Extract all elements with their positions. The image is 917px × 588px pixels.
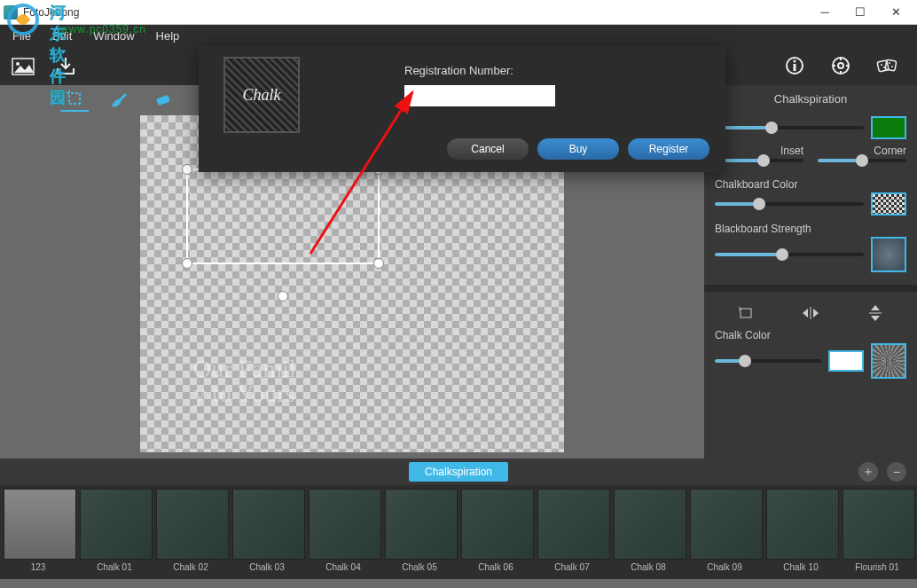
crop-tool[interactable] xyxy=(60,87,89,112)
thumb-8[interactable] xyxy=(614,489,686,560)
app-icon xyxy=(4,5,18,20)
canvas-text-2: y to Yours xyxy=(193,380,294,408)
dialog-artwork: Chalk xyxy=(223,57,300,133)
panel-title: Chalkspiration xyxy=(704,89,917,114)
help-icon[interactable] xyxy=(828,53,853,78)
blackboard-strength-label: Blackboard Strength xyxy=(715,223,906,235)
inset-slider[interactable] xyxy=(715,159,803,162)
chalk-color-slider[interactable] xyxy=(715,359,821,363)
thumbnail-row[interactable] xyxy=(0,485,917,560)
window-title: FotoJet.png xyxy=(23,6,807,19)
svg-rect-9 xyxy=(885,59,897,71)
flip-horizontal-icon[interactable] xyxy=(798,304,823,322)
thumb-label-11: Flourish 01 xyxy=(839,560,915,575)
save-button[interactable] xyxy=(53,53,78,78)
menu-edit[interactable]: Edit xyxy=(43,27,81,44)
svg-point-1 xyxy=(16,62,20,66)
thumb-9[interactable] xyxy=(690,489,763,560)
border-color-swatch[interactable] xyxy=(871,116,906,139)
cancel-button[interactable]: Cancel xyxy=(447,138,529,160)
filmstrip: Chalkspiration ＋ − 123 Chalk 01 Chalk 02… xyxy=(0,459,917,579)
buy-button[interactable]: Buy xyxy=(537,138,619,160)
thumb-label-0: 123 xyxy=(0,560,76,575)
minimize-button[interactable]: ─ xyxy=(807,0,843,25)
registration-label: Registration Number: xyxy=(404,64,513,77)
thumb-6[interactable] xyxy=(461,489,534,560)
svg-point-4 xyxy=(794,60,796,63)
chalkboard-color-swatch[interactable] xyxy=(871,192,906,216)
flip-vertical-icon[interactable] xyxy=(863,304,888,322)
svg-point-12 xyxy=(889,62,890,64)
thumb-label-6: Chalk 06 xyxy=(458,560,534,575)
dice-icon[interactable] xyxy=(874,53,899,78)
brush-tool[interactable] xyxy=(105,87,133,112)
titlebar: FotoJet.png ─ ☐ ✕ xyxy=(0,0,917,25)
register-button[interactable]: Register xyxy=(628,138,709,160)
chalk-color-label: Chalk Color xyxy=(715,329,906,341)
panel-separator xyxy=(704,285,917,292)
thumb-label-7: Chalk 07 xyxy=(534,560,610,575)
border-slider[interactable] xyxy=(715,126,864,129)
close-button[interactable]: ✕ xyxy=(878,0,913,25)
info-icon[interactable] xyxy=(782,53,807,78)
registration-input[interactable] xyxy=(404,85,555,106)
corner-slider[interactable] xyxy=(818,159,906,162)
chalkboard-color-label: Chalkboard Color xyxy=(715,178,906,191)
thumb-label-8: Chalk 08 xyxy=(610,560,686,575)
selection-box[interactable] xyxy=(186,169,380,264)
properties-panel: Chalkspiration Inset Corner Chalkboard C… xyxy=(704,85,917,459)
svg-rect-2 xyxy=(156,95,170,106)
thumb-label-4: Chalk 04 xyxy=(305,560,381,575)
thumb-label-10: Chalk 10 xyxy=(763,560,839,575)
svg-point-7 xyxy=(838,63,843,68)
thumb-label-9: Chalk 09 xyxy=(686,560,763,575)
menubar: File Edit Window Help xyxy=(0,25,917,46)
menu-file[interactable]: File xyxy=(4,27,40,44)
svg-point-13 xyxy=(891,66,893,67)
chalk-color-swatch[interactable] xyxy=(828,350,864,372)
handle-sw[interactable] xyxy=(182,258,192,269)
registration-dialog: Chalk Registration Number: Cancel Buy Re… xyxy=(199,46,725,172)
thumb-4[interactable] xyxy=(309,489,381,560)
thumb-label-1: Chalk 01 xyxy=(76,560,153,575)
thumb-0[interactable] xyxy=(4,489,76,560)
svg-rect-5 xyxy=(794,64,796,71)
eraser-tool[interactable] xyxy=(149,87,177,112)
blackboard-texture-swatch[interactable] xyxy=(871,237,906,272)
thumb-10[interactable] xyxy=(766,489,839,560)
thumb-label-3: Chalk 03 xyxy=(229,560,305,575)
remove-preset-button[interactable]: − xyxy=(887,462,906,482)
chalk-texture-swatch[interactable] xyxy=(871,343,906,379)
handle-se[interactable] xyxy=(373,258,384,269)
thumb-3[interactable] xyxy=(232,489,305,560)
svg-point-10 xyxy=(881,64,882,66)
thumb-label-2: Chalk 02 xyxy=(153,560,229,575)
filmstrip-category[interactable]: Chalkspiration xyxy=(409,462,508,482)
thumb-11[interactable] xyxy=(843,489,915,560)
svg-rect-15 xyxy=(741,309,751,318)
chalkboard-color-slider[interactable] xyxy=(715,202,864,206)
open-image-button[interactable] xyxy=(11,53,35,78)
maximize-button[interactable]: ☐ xyxy=(843,0,878,25)
thumb-1[interactable] xyxy=(80,489,153,560)
blackboard-strength-slider[interactable] xyxy=(715,253,864,256)
thumb-7[interactable] xyxy=(537,489,610,560)
thumb-5[interactable] xyxy=(385,489,458,560)
menu-help[interactable]: Help xyxy=(147,27,189,44)
thumb-2[interactable] xyxy=(156,489,229,560)
menu-window[interactable]: Window xyxy=(84,27,143,44)
handle-bottom[interactable] xyxy=(278,291,288,302)
thumb-label-5: Chalk 05 xyxy=(381,560,458,575)
handle-nw[interactable] xyxy=(182,164,192,175)
add-preset-button[interactable]: ＋ xyxy=(858,462,878,482)
rotate-icon[interactable] xyxy=(733,304,758,322)
svg-point-11 xyxy=(883,67,885,68)
